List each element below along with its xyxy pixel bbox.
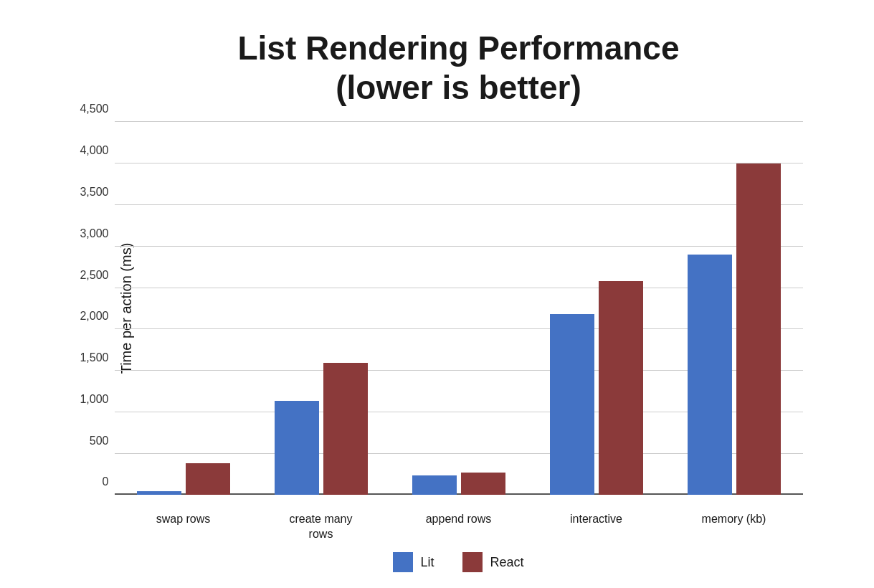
y-tick-label: 4,000 bbox=[80, 144, 108, 157]
chart-container: List Rendering Performance (lower is bet… bbox=[43, 14, 832, 574]
bar-react bbox=[599, 281, 643, 495]
x-label: interactive bbox=[528, 512, 665, 542]
y-tick-label: 2,000 bbox=[80, 310, 108, 323]
legend: Lit React bbox=[115, 552, 803, 572]
y-tick-label: 4,500 bbox=[80, 103, 108, 115]
bar-group bbox=[275, 363, 368, 495]
x-labels: swap rowscreate manyrowsappend rowsinter… bbox=[115, 512, 803, 542]
bar-react bbox=[461, 473, 505, 495]
bar-lit bbox=[550, 314, 594, 495]
legend-item-react: React bbox=[462, 552, 523, 572]
chart-area: Time per action (ms) 05001,0001,5002,000… bbox=[115, 122, 803, 495]
bar-react bbox=[736, 163, 781, 495]
legend-item-lit: Lit bbox=[393, 552, 434, 572]
y-tick-label: 3,500 bbox=[80, 186, 108, 199]
x-label: create manyrows bbox=[252, 512, 390, 542]
bar-group bbox=[550, 281, 643, 495]
bar-react bbox=[186, 463, 230, 495]
y-tick-label: 2,500 bbox=[80, 269, 108, 282]
y-tick-label: 1,500 bbox=[80, 351, 108, 364]
bar-group bbox=[412, 473, 505, 495]
y-tick-label: 0 bbox=[103, 475, 109, 488]
react-swatch bbox=[462, 552, 483, 572]
bar-react bbox=[323, 363, 368, 495]
grid-and-bars: 05001,0001,5002,0002,5003,0003,5004,0004… bbox=[115, 122, 803, 495]
bar-group bbox=[688, 163, 781, 495]
bar-lit bbox=[275, 401, 319, 495]
react-label: React bbox=[490, 555, 523, 570]
grid-line bbox=[115, 121, 803, 122]
bar-lit bbox=[412, 475, 457, 495]
x-label: swap rows bbox=[115, 512, 252, 542]
chart-title: List Rendering Performance (lower is bet… bbox=[115, 29, 803, 108]
bar-group bbox=[137, 463, 230, 495]
bar-lit bbox=[137, 491, 181, 495]
y-tick-label: 3,000 bbox=[80, 227, 108, 240]
x-label: append rows bbox=[390, 512, 528, 542]
y-tick-label: 500 bbox=[90, 435, 109, 447]
x-label: memory (kb) bbox=[665, 512, 803, 542]
bar-lit bbox=[688, 255, 732, 495]
y-tick-label: 1,000 bbox=[80, 393, 108, 406]
lit-swatch bbox=[393, 552, 413, 572]
lit-label: Lit bbox=[420, 555, 434, 570]
